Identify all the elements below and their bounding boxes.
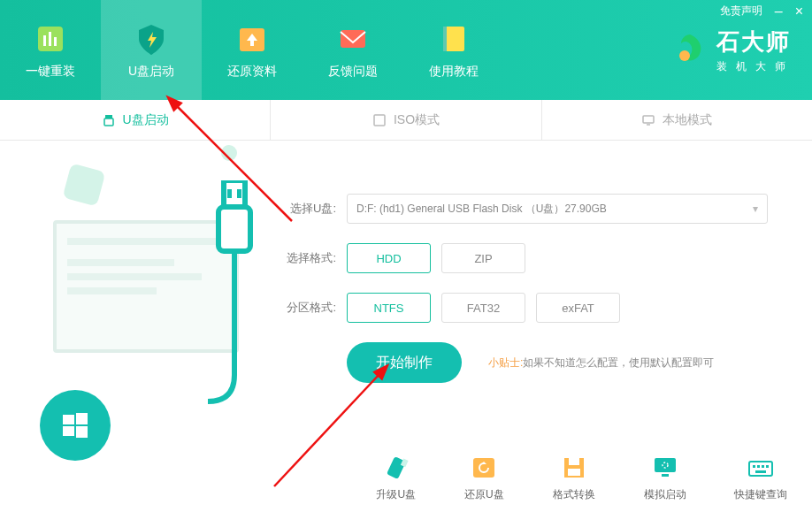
nav-usb-boot[interactable]: U盘启动 [101, 0, 202, 100]
svg-rect-28 [655, 458, 676, 472]
tool-label: 模拟启动 [644, 487, 686, 502]
partition-exfat[interactable]: exFAT [536, 293, 620, 323]
tool-label: 还原U盘 [464, 487, 504, 502]
svg-rect-24 [473, 458, 494, 478]
svg-point-8 [679, 50, 690, 61]
nav-label: 一键重装 [26, 64, 75, 80]
window-controls: 免责声明 – × [720, 4, 803, 19]
book-icon [436, 21, 471, 57]
tip-body: 如果不知道怎么配置，使用默认配置即可 [523, 356, 714, 369]
tip-text: 小贴士:如果不知道怎么配置，使用默认配置即可 [488, 355, 714, 371]
svg-rect-36 [755, 470, 766, 473]
floppy-icon [560, 454, 588, 482]
monitor-boot-icon [651, 454, 679, 482]
close-button[interactable]: × [795, 4, 803, 19]
brand-logo-icon [672, 33, 708, 68]
svg-rect-15 [218, 207, 250, 251]
monitor-icon [641, 113, 655, 127]
minimize-button[interactable]: – [775, 4, 783, 19]
brand: 石大师 装机大师 [672, 27, 794, 74]
subtab-local[interactable]: 本地模式 [542, 100, 812, 140]
tool-upgrade-usb[interactable]: 升级U盘 [376, 454, 416, 502]
format-zip[interactable]: ZIP [441, 243, 525, 273]
svg-rect-32 [753, 465, 755, 468]
bottom-toolbar: 升级U盘 还原U盘 格式转换 模拟启动 快捷键查询 [352, 443, 812, 512]
svg-rect-33 [757, 465, 760, 468]
iso-icon [372, 113, 387, 127]
windows-circle-icon [40, 390, 111, 461]
tool-label: 升级U盘 [376, 487, 416, 502]
svg-rect-20 [63, 426, 74, 436]
svg-rect-12 [643, 116, 654, 123]
svg-rect-27 [568, 469, 580, 476]
brand-subtitle: 装机大师 [716, 59, 794, 74]
tip-prefix: 小贴士: [488, 356, 523, 369]
usb-plug-icon [208, 180, 261, 410]
nav-label: 反馈问题 [328, 64, 378, 80]
usb-upgrade-icon [382, 454, 410, 482]
tool-simulate-boot[interactable]: 模拟启动 [644, 454, 686, 502]
nav-reinstall[interactable]: 一键重装 [0, 0, 101, 100]
svg-rect-14 [224, 180, 245, 207]
svg-rect-35 [766, 465, 769, 468]
nav-label: 使用教程 [429, 64, 479, 80]
tool-hotkey-query[interactable]: 快捷键查询 [734, 454, 787, 502]
format-hdd[interactable]: HDD [347, 243, 431, 273]
disclaimer-link[interactable]: 免责声明 [720, 4, 762, 19]
nav-label: U盘启动 [128, 64, 174, 80]
main-area: 选择U盘: D:F: (hd1) General USB Flash Disk … [0, 141, 812, 443]
bar-chart-icon [33, 21, 68, 57]
tool-label: 快捷键查询 [734, 487, 787, 502]
start-button[interactable]: 开始制作 [347, 342, 462, 383]
svg-rect-30 [662, 474, 669, 477]
svg-rect-31 [749, 462, 772, 476]
disk-select[interactable]: D:F: (hd1) General USB Flash Disk （U盘）27… [347, 194, 768, 224]
svg-rect-21 [76, 426, 88, 438]
svg-rect-5 [341, 30, 365, 48]
svg-rect-11 [374, 115, 385, 126]
subtab-iso[interactable]: ISO模式 [271, 100, 541, 140]
subtab-label: U盘启动 [123, 112, 169, 128]
tool-format-convert[interactable]: 格式转换 [553, 454, 595, 502]
disk-value: D:F: (hd1) General USB Flash Disk （U盘）27… [356, 202, 607, 217]
mail-icon [335, 21, 371, 57]
tool-label: 格式转换 [553, 487, 595, 502]
format-label: 选择格式: [274, 250, 336, 266]
nav-feedback[interactable]: 反馈问题 [303, 0, 403, 100]
nav-tutorial[interactable]: 使用教程 [403, 0, 504, 100]
svg-rect-2 [49, 32, 51, 46]
keyboard-icon [747, 454, 775, 482]
sub-tabs: U盘启动 ISO模式 本地模式 [0, 100, 812, 141]
svg-rect-3 [54, 37, 57, 46]
illustration [0, 141, 265, 443]
brand-title: 石大师 [716, 27, 794, 57]
subtab-usb-boot[interactable]: U盘启动 [0, 100, 271, 140]
partition-fat32[interactable]: FAT32 [441, 293, 525, 323]
svg-rect-19 [76, 413, 88, 424]
svg-rect-7 [443, 27, 447, 51]
svg-rect-10 [104, 118, 113, 126]
chevron-down-icon: ▾ [753, 203, 758, 215]
svg-rect-18 [63, 415, 74, 424]
nav-restore[interactable]: 还原资料 [202, 0, 303, 100]
svg-rect-26 [569, 458, 579, 465]
config-form: 选择U盘: D:F: (hd1) General USB Flash Disk … [265, 141, 812, 443]
svg-rect-34 [762, 465, 764, 468]
partition-label: 分区格式: [274, 300, 336, 316]
svg-rect-17 [237, 189, 241, 198]
subtab-label: 本地模式 [663, 112, 712, 128]
svg-rect-16 [227, 189, 232, 198]
upload-box-icon [234, 21, 270, 57]
usb-icon [102, 113, 116, 127]
svg-rect-1 [43, 35, 46, 46]
shield-bolt-icon [134, 21, 169, 57]
disk-label: 选择U盘: [274, 201, 336, 217]
subtab-label: ISO模式 [394, 112, 440, 128]
tool-restore-usb[interactable]: 还原U盘 [464, 454, 504, 502]
restore-icon [470, 454, 498, 482]
partition-ntfs[interactable]: NTFS [347, 293, 431, 323]
nav-label: 还原资料 [227, 64, 277, 80]
header: 免责声明 – × 一键重装 U盘启动 还原资料 反馈问题 [0, 0, 812, 100]
